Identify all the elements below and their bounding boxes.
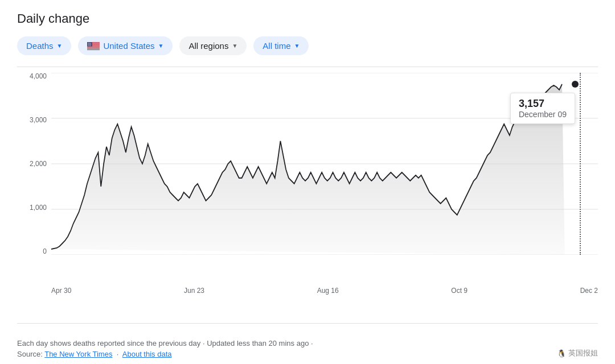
svg-point-36 — [88, 44, 88, 45]
x-label-dec2: Dec 2 — [580, 287, 598, 295]
y-label-3000: 3,000 — [30, 117, 47, 123]
data-point-dot — [572, 81, 579, 88]
svg-rect-11 — [87, 48, 100, 49]
region-chevron-icon: ▼ — [232, 43, 237, 49]
svg-point-41 — [91, 44, 92, 45]
svg-point-24 — [91, 43, 92, 43]
watermark-text: 英国报姐 — [568, 348, 598, 358]
us-flag-icon — [87, 42, 100, 50]
svg-point-30 — [91, 43, 92, 44]
svg-point-22 — [89, 43, 90, 43]
svg-rect-10 — [87, 48, 100, 48]
svg-point-46 — [91, 45, 92, 46]
about-data-link[interactable]: About this data — [122, 350, 172, 358]
chart-svg-container: 3,157 December 09 — [51, 73, 598, 255]
svg-point-19 — [91, 42, 92, 43]
svg-point-25 — [88, 43, 88, 44]
svg-point-37 — [88, 44, 89, 45]
svg-point-26 — [88, 43, 89, 44]
y-axis: 4,000 3,000 2,000 1,000 0 — [17, 73, 51, 255]
svg-point-17 — [90, 42, 91, 43]
svg-point-33 — [89, 44, 90, 44]
svg-point-40 — [91, 44, 91, 45]
footer-note: Each day shows deaths reported since the… — [17, 339, 598, 348]
svg-point-42 — [88, 45, 89, 46]
y-label-0: 0 — [43, 248, 47, 255]
svg-point-18 — [91, 42, 91, 43]
metric-label: Deaths — [26, 41, 54, 51]
source-label: Source: — [17, 350, 43, 358]
x-label-oct9: Oct 9 — [451, 287, 468, 295]
svg-point-44 — [89, 45, 90, 46]
svg-rect-7 — [87, 46, 100, 47]
svg-point-45 — [90, 45, 91, 46]
top-divider — [17, 67, 598, 67]
time-chevron-icon: ▼ — [294, 43, 300, 49]
svg-point-31 — [88, 44, 89, 44]
svg-point-14 — [88, 42, 88, 43]
svg-point-35 — [91, 44, 92, 44]
x-label-aug16: Aug 16 — [317, 287, 339, 295]
svg-point-28 — [90, 43, 91, 44]
region-filter[interactable]: All regions ▼ — [179, 36, 247, 55]
watermark-icon: 🐧 — [557, 349, 566, 358]
svg-point-32 — [89, 44, 89, 44]
y-label-2000: 2,000 — [30, 160, 47, 167]
time-label: All time — [263, 41, 290, 51]
metric-filter[interactable]: Deaths ▼ — [17, 36, 71, 55]
tooltip-date: December 09 — [519, 110, 567, 119]
time-filter[interactable]: All time ▼ — [253, 36, 309, 55]
svg-point-16 — [89, 42, 90, 43]
x-axis: Apr 30 Jun 23 Aug 16 Oct 9 Dec 2 — [51, 283, 598, 295]
svg-point-15 — [88, 42, 89, 43]
watermark: 🐧 英国报姐 — [557, 348, 598, 358]
country-filter[interactable]: United States ▼ — [78, 36, 173, 55]
page-title: Daily change — [17, 11, 598, 26]
metric-chevron-icon: ▼ — [57, 43, 63, 49]
footer: Each day shows deaths reported since the… — [17, 339, 598, 358]
svg-point-21 — [89, 43, 89, 43]
svg-rect-12 — [87, 49, 100, 49]
svg-point-43 — [89, 45, 89, 46]
chart-area: 4,000 3,000 2,000 1,000 0 3,157 December… — [17, 73, 598, 295]
bottom-divider — [17, 323, 598, 324]
y-label-4000: 4,000 — [30, 73, 47, 80]
svg-point-27 — [89, 43, 90, 44]
tooltip: 3,157 December 09 — [510, 93, 575, 124]
nytimes-link[interactable]: The New York Times — [44, 350, 112, 358]
region-label: All regions — [188, 41, 228, 51]
y-label-1000: 1,000 — [30, 204, 47, 211]
footer-source: Source: The New York Times · About this … — [17, 350, 598, 358]
tooltip-value: 3,157 — [519, 98, 567, 110]
svg-point-29 — [91, 43, 91, 44]
x-label-apr30: Apr 30 — [51, 287, 71, 295]
svg-rect-8 — [87, 47, 100, 47]
x-label-jun23: Jun 23 — [184, 287, 204, 295]
filter-bar: Deaths ▼ — [17, 36, 598, 55]
svg-point-34 — [90, 44, 91, 44]
main-container: Daily change Deaths ▼ — [0, 0, 615, 364]
svg-rect-9 — [87, 47, 100, 48]
svg-point-39 — [90, 44, 91, 45]
svg-point-38 — [89, 44, 90, 45]
svg-point-23 — [90, 43, 91, 43]
country-label: United States — [103, 41, 154, 51]
country-chevron-icon: ▼ — [158, 43, 164, 49]
svg-point-20 — [88, 43, 89, 43]
